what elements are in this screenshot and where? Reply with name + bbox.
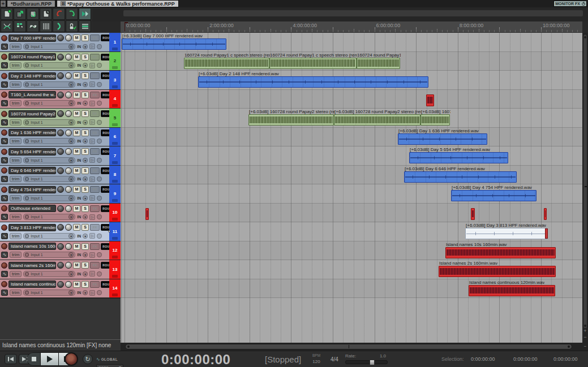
chevron-down-icon[interactable]: ▾ [83, 44, 88, 49]
solo-button[interactable]: S [81, 34, 89, 41]
toolbar-redo-button[interactable] [66, 8, 78, 20]
mute-button[interactable]: M [73, 110, 80, 117]
pan-knob[interactable] [57, 92, 64, 98]
input-fx-icon[interactable] [25, 101, 29, 105]
close-icon[interactable]: ⊠ [61, 1, 66, 6]
fx-button[interactable]: FX [90, 110, 100, 117]
media-item[interactable]: 160724 round Papay1 c speech stereo (ren… [269, 58, 357, 69]
solo-button[interactable]: S [81, 243, 89, 250]
chevron-down-icon[interactable]: ▾ [68, 176, 74, 182]
media-item[interactable] [426, 94, 434, 106]
media-item[interactable]: 160724 round Papay1 c [357, 58, 400, 69]
rate-slider[interactable] [345, 360, 388, 364]
envelope-button[interactable]: ∿ [1, 214, 8, 220]
media-item-body[interactable] [357, 58, 400, 69]
track-number[interactable]: 5 [109, 109, 121, 127]
fx-button[interactable]: FX [90, 205, 100, 212]
toolbar-item-grouping-button[interactable] [14, 20, 26, 32]
media-item[interactable]: [+6.03dB] Day 2 148 HPF rendered.wav [198, 76, 428, 88]
stop-button[interactable] [27, 353, 41, 365]
volume-knob[interactable] [65, 167, 72, 174]
toolbar-grid-lines-button[interactable] [40, 20, 52, 32]
arrange-lane[interactable] [121, 146, 582, 166]
media-item-body[interactable] [544, 208, 547, 220]
input-chip[interactable]: Input 1▾ [23, 119, 75, 126]
chevron-down-icon[interactable]: ▾ [83, 176, 88, 182]
pan-knob[interactable] [57, 129, 64, 136]
track-panel[interactable]: Day 4 754 HPF rendereMSFXROUT∿trimInput … [0, 184, 109, 203]
solo-button[interactable]: S [81, 205, 89, 212]
envelope-button[interactable]: ∿ [1, 176, 8, 182]
record-arm-button[interactable] [1, 54, 7, 60]
fx-button[interactable]: FX [90, 224, 100, 231]
fx-button[interactable]: FX [90, 34, 100, 41]
input-chip[interactable]: Input 1▾ [23, 290, 75, 296]
input-chip[interactable]: Input 1▾ [23, 176, 75, 182]
input-fx-icon[interactable] [25, 45, 29, 49]
record-arm-button[interactable] [1, 224, 7, 231]
mute-button[interactable]: M [73, 243, 80, 250]
envelope-button[interactable]: ∿ [1, 157, 8, 163]
media-item[interactable]: [+6.03dB] Day 3 813 HPF rendered.wav [465, 228, 548, 239]
pan-knob[interactable] [57, 34, 64, 41]
mute-button[interactable]: M [73, 92, 80, 98]
record-mode-icon[interactable]: ▷ [89, 44, 95, 49]
track-number[interactable]: 11 [109, 222, 121, 241]
record-arm-button[interactable] [1, 149, 7, 155]
solo-button[interactable]: S [81, 167, 89, 174]
record-arm-button[interactable] [1, 243, 7, 249]
trim-envelope-button[interactable]: trim [10, 44, 22, 50]
fx-button[interactable]: FX [90, 243, 100, 250]
media-item-body[interactable] [198, 76, 428, 88]
input-chip[interactable]: Input 1▾ [23, 62, 75, 68]
track-number[interactable]: 6 [109, 128, 121, 146]
record-mode-icon[interactable]: ▷ [89, 195, 95, 201]
record-mode-icon[interactable]: ▷ [89, 233, 95, 239]
timeline-ruler[interactable]: 0:00:00:002:00:00:004:00:00:006:00:00:00… [121, 21, 582, 33]
toolbar-envelope-points-button[interactable] [27, 20, 39, 32]
input-fx-icon[interactable] [25, 83, 29, 87]
media-item-body[interactable] [451, 190, 537, 201]
fx-button[interactable]: FX [90, 92, 100, 98]
input-chip[interactable]: Input 1▾ [23, 44, 75, 50]
track-number[interactable]: 10 [109, 204, 121, 222]
horizontal-scrollbar-thumb[interactable] [125, 344, 572, 349]
media-item[interactable]: [+6.03dB] 160728 round Papay2 stereo (re… [248, 114, 334, 126]
input-chip[interactable]: Input 1▾ [23, 252, 75, 258]
trim-envelope-button[interactable]: trim [10, 119, 22, 126]
media-item-body[interactable] [122, 38, 226, 50]
volume-knob[interactable] [65, 92, 72, 98]
track-number[interactable]: 1 [109, 33, 121, 51]
media-item[interactable]: [+6.03dB] 1607 [420, 114, 450, 126]
chevron-down-icon[interactable]: ▾ [68, 139, 74, 144]
record-arm-button[interactable] [1, 205, 7, 211]
mute-button[interactable]: M [73, 167, 80, 174]
global-automation-override[interactable]: ∿GLOBAL none▾ [96, 353, 126, 367]
arrange-view[interactable]: [+6.33dB] Day 7 000 HPF rendered.wav1607… [121, 33, 582, 343]
track-name[interactable]: Day 4 754 HPF rendere [8, 186, 56, 193]
monitor-icon[interactable] [97, 101, 102, 106]
volume-knob[interactable] [65, 148, 72, 155]
rate-slider-thumb[interactable] [370, 360, 375, 365]
input-chip[interactable]: Input 1▾ [23, 214, 75, 220]
media-item-body[interactable] [471, 208, 475, 220]
chevron-down-icon[interactable]: ▾ [68, 252, 74, 257]
bpm-display[interactable]: BPM 120 [312, 353, 320, 364]
track-name[interactable]: Day 1 636 HPF rendere [8, 129, 56, 136]
chevron-down-icon[interactable]: ▾ [68, 101, 74, 106]
record-arm-button[interactable] [1, 35, 7, 41]
input-fx-icon[interactable] [25, 177, 29, 181]
horizontal-zoom-out-button[interactable]: − [582, 343, 588, 351]
monitor-icon[interactable] [97, 63, 102, 68]
pan-knob[interactable] [57, 148, 64, 155]
pan-knob[interactable] [57, 243, 64, 250]
solo-button[interactable]: S [81, 72, 89, 79]
record-mode-icon[interactable]: ▷ [89, 214, 95, 220]
toolbar-open-project-button[interactable] [14, 8, 26, 20]
media-item[interactable] [544, 208, 547, 220]
monitor-icon[interactable] [97, 158, 102, 163]
fx-button[interactable]: FX [90, 129, 100, 136]
media-item-body[interactable] [420, 114, 450, 126]
chevron-down-icon[interactable]: ▾ [83, 196, 88, 201]
vertical-scrollbar-thumb[interactable] [583, 34, 587, 329]
